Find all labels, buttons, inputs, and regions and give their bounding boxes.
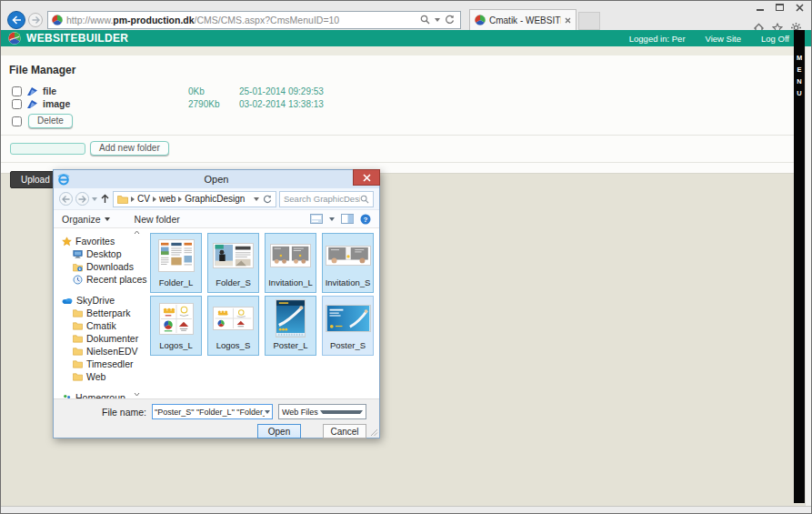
views-icon[interactable] — [310, 214, 323, 224]
address-caret-icon[interactable] — [254, 197, 259, 201]
history-caret-icon[interactable] — [92, 197, 97, 201]
folder-date: 03-02-2014 13:38:13 — [239, 99, 805, 109]
sidebar-item-web[interactable]: Web — [54, 370, 142, 383]
sidebar-item-recent-places[interactable]: Recent places — [54, 273, 142, 286]
sidebar-item-dokumenter[interactable]: Dokumenter — [54, 332, 142, 345]
sidebar-item-homegroup[interactable]: Homegroup — [54, 391, 142, 398]
folder-name[interactable]: file — [43, 86, 188, 96]
preview-pane-icon[interactable] — [341, 214, 354, 224]
file-tile-logos-s[interactable]: Logos_S — [207, 296, 259, 356]
back-icon[interactable] — [7, 11, 25, 29]
sidebar-item-timesedler[interactable]: Timesedler — [54, 358, 142, 370]
sidebar-scroll-up-icon[interactable] — [134, 230, 140, 235]
folder-icon — [73, 308, 83, 317]
add-folder-row: Add new folder — [1, 141, 805, 156]
resize-grip[interactable] — [370, 428, 378, 437]
sidebar-item-label: Recent places — [86, 274, 147, 285]
new-tab-button[interactable] — [578, 12, 600, 30]
downloads-icon — [73, 262, 83, 272]
folder-name[interactable]: image — [43, 98, 188, 109]
file-tile-invitation-l[interactable]: Invitation_L — [265, 233, 316, 293]
sidebar-item-favorites[interactable]: Favorites — [54, 235, 142, 247]
close-icon[interactable] — [794, 3, 806, 12]
file-name-combo[interactable] — [152, 404, 273, 419]
file-name-input[interactable] — [155, 408, 265, 417]
log-off-link[interactable]: Log Off — [761, 34, 789, 44]
folder-checkbox[interactable] — [12, 86, 22, 96]
brand-shield-icon — [8, 32, 21, 45]
file-tile-folder-l[interactable]: Folder_L — [150, 233, 202, 293]
breadcrumb-item[interactable]: CV — [137, 194, 150, 204]
sidebar-item-desktop[interactable]: Desktop — [54, 247, 142, 260]
view-site-link[interactable]: View Site — [706, 34, 741, 44]
page-scrollbar[interactable] — [805, 30, 811, 508]
sidebar-item-downloads[interactable]: Downloads — [54, 260, 142, 273]
file-type-select[interactable]: Web Files (.JPG, .GIF, .PNG, .PDI — [278, 404, 366, 419]
divider — [1, 135, 805, 136]
navigation-bar: http://www.pm-production.dk/CMS/CMS.aspx… — [1, 9, 811, 30]
file-tile-logos-l[interactable]: Logos_L — [150, 296, 202, 356]
views-caret-icon[interactable] — [329, 217, 335, 221]
dialog-titlebar[interactable]: Open — [54, 170, 379, 188]
search-input[interactable] — [284, 194, 360, 204]
dialog-back-icon[interactable] — [59, 192, 73, 206]
sidebar-item-betterpark[interactable]: Betterpark — [54, 307, 142, 319]
file-name-caret-icon[interactable] — [265, 410, 270, 414]
sidebar-item-label: Favorites — [75, 236, 115, 247]
desktop-icon — [73, 249, 83, 259]
new-folder-input[interactable] — [10, 143, 85, 155]
cancel-button[interactable]: Cancel — [323, 424, 366, 438]
delete-row: Delete — [1, 114, 805, 128]
file-manager-panel: File Manager file 0Kb 25-01-2014 09:29:5… — [1, 55, 805, 174]
file-thumbnail — [326, 305, 371, 332]
minimize-icon[interactable] — [754, 3, 766, 12]
folder-size: 2790Kb — [188, 99, 239, 109]
breadcrumb-item[interactable]: web — [159, 194, 175, 204]
sidebar-item-label: Cmatik — [86, 320, 116, 331]
dialog-body: Favorites Desktop Downloads Recent place… — [54, 228, 379, 398]
open-button[interactable]: Open — [257, 424, 301, 438]
search-icon[interactable] — [420, 15, 430, 25]
sidebar-item-skydrive[interactable]: SkyDrive — [54, 294, 142, 307]
breadcrumb-separator-icon — [153, 197, 156, 202]
menu-side-tab[interactable]: MENU — [794, 30, 805, 503]
file-tile-folder-s[interactable]: Folder_S — [207, 233, 259, 293]
folder-row-file: file 0Kb 25-01-2014 09:29:53 — [1, 85, 805, 97]
sidebar-item-cmatik[interactable]: Cmatik — [54, 319, 142, 332]
add-folder-button[interactable]: Add new folder — [90, 141, 169, 156]
dialog-sidebar: Favorites Desktop Downloads Recent place… — [54, 228, 142, 398]
refresh-icon[interactable] — [445, 15, 455, 25]
dialog-forward-icon[interactable] — [75, 192, 89, 206]
file-label: Poster_L — [273, 340, 307, 351]
folder-checkbox[interactable] — [12, 99, 22, 109]
dropdown-caret-icon[interactable] — [435, 18, 440, 22]
file-tile-invitation-s[interactable]: Invitation_S — [322, 233, 374, 293]
site-header: WEBSITEBUILDER Logged in: Per View Site … — [1, 30, 811, 46]
search-box[interactable] — [279, 191, 374, 207]
dialog-close-icon[interactable] — [353, 169, 380, 186]
up-icon[interactable] — [100, 194, 110, 204]
delete-button[interactable]: Delete — [28, 114, 73, 128]
sidebar-item-label: Web — [86, 371, 105, 382]
file-tile-poster-s[interactable]: Poster_S — [322, 296, 374, 356]
breadcrumb-item[interactable]: GraphicDesign — [185, 194, 245, 204]
file-type-caret-icon — [320, 410, 364, 414]
forward-icon[interactable] — [28, 13, 43, 27]
browser-tab[interactable]: Cmatik - WEBSITEBUILDER — [469, 9, 576, 30]
select-all-checkbox[interactable] — [12, 116, 22, 126]
file-label: Folder_L — [159, 277, 194, 288]
file-thumbnail — [213, 243, 254, 268]
tab-close-icon[interactable] — [565, 17, 571, 24]
breadcrumb-separator-icon — [131, 197, 135, 202]
organize-menu[interactable]: Organize — [62, 214, 110, 225]
file-tile-poster-l[interactable]: Poster_L — [265, 296, 316, 356]
address-bar[interactable]: http://www.pm-production.dk/CMS/CMS.aspx… — [47, 11, 461, 29]
sidebar-item-nielsenedv[interactable]: NielsenEDV — [54, 345, 142, 358]
refresh-icon[interactable] — [263, 195, 272, 204]
help-icon[interactable]: ? — [360, 214, 371, 225]
folder-icon — [73, 372, 83, 381]
sidebar-scroll-down-icon[interactable] — [134, 392, 140, 397]
breadcrumb[interactable]: CV web GraphicDesign — [113, 191, 276, 207]
new-folder-button[interactable]: New folder — [135, 214, 180, 225]
maximize-icon[interactable] — [774, 3, 786, 12]
